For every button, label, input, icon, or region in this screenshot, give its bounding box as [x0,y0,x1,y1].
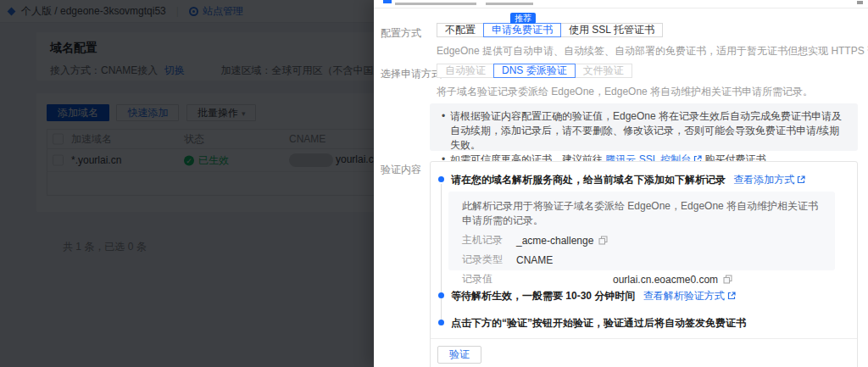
record-value-blur-mask [516,274,611,285]
config-method-label: 配置方式 [381,26,421,41]
dns-record-box: 此解析记录用于将验证子域名委派给 EdgeOne，EdgeOne 将自动维护相关… [448,192,835,270]
apply-method-tabs: 自动验证 DNS 委派验证 文件验证 [437,64,632,78]
notice-item: 请根据验证内容配置正确的验证值，EdgeOne 将在记录生效后自动完成免费证书申… [442,109,846,153]
tab-auto-verify: 自动验证 [437,64,494,78]
recommend-badge: 推荐 [510,13,536,24]
external-link-icon [797,175,805,186]
step-add-record: 请在您的域名解析服务商处，给当前域名下添加如下解析记录 查看添加方式 [451,173,805,187]
step-wait-dns: 等待解析生效，一般需要 10-30 分钟时间 查看解析验证方式 [451,289,736,303]
drawer-overlay-mask [0,0,375,367]
clipped-header-icon [383,0,392,3]
tab-free-cert[interactable]: 申请免费证书 [483,23,561,37]
tab-no-config[interactable]: 不配置 [437,23,484,37]
clipped-header-text [486,3,533,5]
close-icon[interactable] [857,1,863,4]
step-dot [438,176,444,182]
config-method-tabs: 不配置 申请免费证书 使用 SSL 托管证书 [437,23,663,37]
dns-record-desc: 此解析记录用于将验证子域名委派给 EdgeOne，EdgeOne 将自动维护相关… [462,199,821,228]
verify-content-box: 请在您的域名解析服务商处，给当前域名下添加如下解析记录 查看添加方式 此解析记录… [430,161,858,367]
config-method-desc: EdgeOne 提供可自动申请、自动续签、自动部署的免费证书，适用于暂无证书但想… [437,44,868,58]
view-verify-method-link[interactable]: 查看解析验证方式 [643,290,736,302]
apply-method-label: 选择申请方式 [381,67,442,81]
timeline-connector [441,184,442,320]
record-host-row: 主机记录 _acme-challenge [462,233,821,247]
tab-dns-delegate-verify[interactable]: DNS 委派验证 [493,64,576,78]
verify-content-label: 验证内容 [381,163,421,177]
certificate-drawer: 配置方式 推荐 不配置 申请免费证书 使用 SSL 托管证书 EdgeOne 提… [374,0,868,367]
apply-method-desc: 将子域名验证记录委派给 EdgeOne，EdgeOne 将自动维护相关证书申请所… [437,85,813,99]
notice-box: 请根据验证内容配置正确的验证值，EdgeOne 将在记录生效后自动完成免费证书申… [430,103,858,151]
verify-button[interactable]: 验证 [437,346,481,364]
step-click-verify: 点击下方的“验证”按钮开始验证，验证通过后将自动签发免费证书 [451,316,746,331]
external-link-icon [727,291,736,303]
screen: 个人版 / edgeone-3ksovmgtqi53 | 站点管理 域名配置 接… [0,0,868,367]
tab-ssl-hosted-cert[interactable]: 使用 SSL 托管证书 [560,23,663,37]
divider [431,338,857,339]
copy-icon[interactable] [723,275,732,284]
step-dot [438,292,444,298]
copy-icon[interactable] [598,236,608,245]
record-type-row: 记录类型 CNAME [462,253,821,267]
step-dot [438,320,444,325]
drawer-header-clipped [374,0,868,8]
clipped-header-text [395,3,476,5]
record-value-row: 记录值 ourlai.cn.eoacme0.com [462,272,821,286]
view-add-method-link[interactable]: 查看添加方式 [733,174,805,186]
tab-file-verify: 文件验证 [575,64,632,78]
